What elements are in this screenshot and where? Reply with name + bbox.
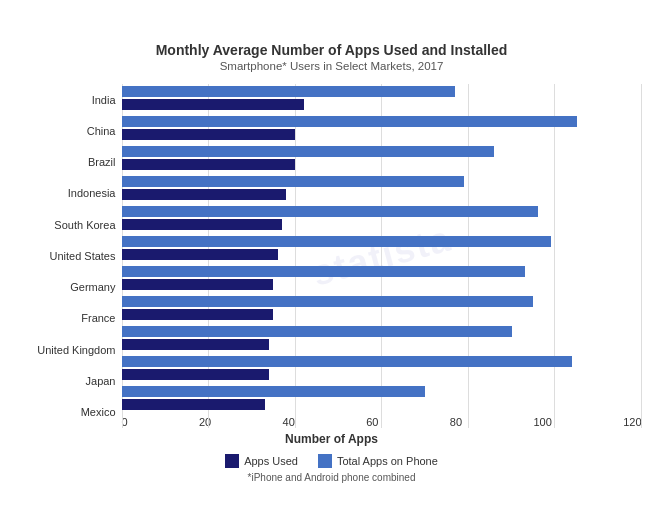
bar-row-total [122, 86, 642, 97]
bar-group [122, 384, 642, 412]
y-label: United States [22, 242, 116, 270]
bar-row-total [122, 236, 642, 247]
y-label: South Korea [22, 211, 116, 239]
y-label: China [22, 117, 116, 145]
chart-container: Monthly Average Number of Apps Used and … [12, 24, 652, 493]
chart-subtitle: Smartphone* Users in Select Markets, 201… [22, 60, 642, 72]
bar-used [122, 249, 278, 260]
bar-total [122, 326, 512, 337]
bar-group [122, 204, 642, 232]
bar-total [122, 386, 425, 397]
bar-group [122, 84, 642, 112]
y-label: India [22, 86, 116, 114]
legend-used-color [225, 454, 239, 468]
bar-total [122, 266, 525, 277]
bar-group [122, 234, 642, 262]
bar-total [122, 296, 534, 307]
legend-used-label: Apps Used [244, 455, 298, 467]
y-label: Indonesia [22, 179, 116, 207]
bar-used [122, 369, 269, 380]
bar-row-total [122, 116, 642, 127]
bar-row-used [122, 189, 642, 200]
x-tick: 20 [199, 416, 211, 428]
x-tick: 80 [450, 416, 462, 428]
y-label: Mexico [22, 398, 116, 426]
bar-total [122, 146, 495, 157]
y-label: Germany [22, 273, 116, 301]
bar-row-used [122, 309, 642, 320]
bar-group [122, 144, 642, 172]
y-label: France [22, 304, 116, 332]
bar-group [122, 294, 642, 322]
y-labels: IndiaChinaBrazilIndonesiaSouth KoreaUnit… [22, 84, 122, 428]
bar-used [122, 219, 282, 230]
y-label: United Kingdom [22, 336, 116, 364]
legend-total-color [318, 454, 332, 468]
bar-group [122, 174, 642, 202]
bar-row-used [122, 279, 642, 290]
legend-total: Total Apps on Phone [318, 454, 438, 468]
x-tick: 120 [623, 416, 641, 428]
bar-total [122, 236, 551, 247]
legend-total-label: Total Apps on Phone [337, 455, 438, 467]
bar-group [122, 324, 642, 352]
bar-used [122, 189, 287, 200]
x-tick: 60 [366, 416, 378, 428]
bar-total [122, 116, 577, 127]
bar-row-used [122, 369, 642, 380]
bar-used [122, 159, 295, 170]
footnote: *iPhone and Android phone combined [22, 472, 642, 483]
bar-group [122, 264, 642, 292]
x-tick: 0 [122, 416, 128, 428]
bars-container [122, 84, 642, 412]
x-tick: 100 [533, 416, 551, 428]
legend-used: Apps Used [225, 454, 298, 468]
grid-and-bars: statista 020406080100120 [122, 84, 642, 428]
bar-used [122, 99, 304, 110]
bar-row-used [122, 159, 642, 170]
bar-used [122, 129, 295, 140]
x-axis-title: Number of Apps [22, 432, 642, 446]
bar-row-used [122, 129, 642, 140]
bar-row-total [122, 296, 642, 307]
bar-row-used [122, 339, 642, 350]
bar-row-used [122, 399, 642, 410]
bars-section: statista 020406080100120 [122, 84, 642, 428]
bar-row-used [122, 99, 642, 110]
chart-area: IndiaChinaBrazilIndonesiaSouth KoreaUnit… [22, 84, 642, 428]
bar-used [122, 399, 265, 410]
bar-total [122, 206, 538, 217]
bar-group [122, 114, 642, 142]
x-axis-labels: 020406080100120 [122, 416, 642, 428]
bar-row-total [122, 206, 642, 217]
chart-title: Monthly Average Number of Apps Used and … [22, 42, 642, 58]
bar-used [122, 309, 274, 320]
bar-used [122, 339, 269, 350]
bar-row-used [122, 219, 642, 230]
bar-total [122, 86, 456, 97]
bar-row-total [122, 356, 642, 367]
bar-row-total [122, 146, 642, 157]
bar-group [122, 354, 642, 382]
bar-row-total [122, 326, 642, 337]
bar-row-total [122, 266, 642, 277]
bar-used [122, 279, 274, 290]
y-label: Japan [22, 367, 116, 395]
legend: Apps Used Total Apps on Phone [22, 454, 642, 468]
y-label: Brazil [22, 148, 116, 176]
bar-total [122, 176, 464, 187]
bar-total [122, 356, 573, 367]
x-tick: 40 [283, 416, 295, 428]
bar-row-total [122, 386, 642, 397]
bar-row-total [122, 176, 642, 187]
bar-row-used [122, 249, 642, 260]
